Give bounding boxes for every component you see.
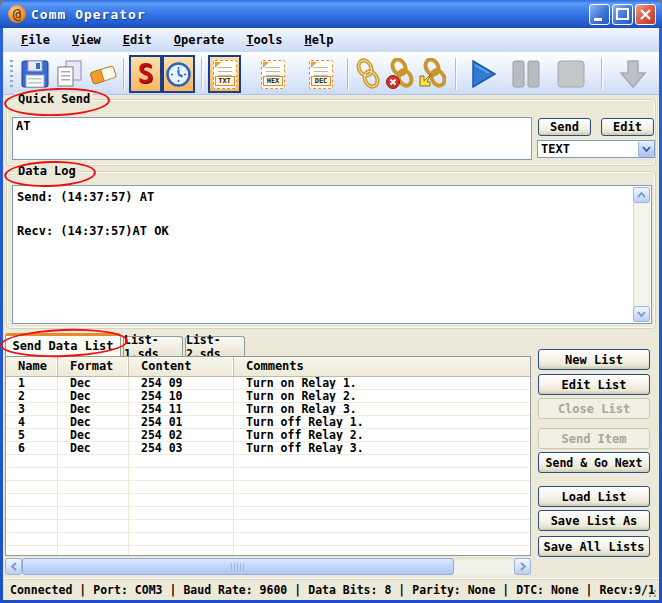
status-connection: Connected	[10, 583, 72, 597]
toolbar-separator	[201, 58, 203, 90]
scroll-up-button[interactable]	[633, 187, 650, 203]
copy-button[interactable]	[53, 57, 85, 91]
tab-list-1[interactable]: List-1.sds	[123, 336, 183, 356]
toolbar-separator	[455, 58, 457, 90]
format-hex-button[interactable]: HEX	[257, 57, 289, 91]
reconnect-button[interactable]	[417, 57, 447, 91]
menu-tools[interactable]: Tools	[236, 31, 292, 49]
format-select-value: TEXT	[538, 142, 638, 156]
column-header-comments[interactable]: Comments	[234, 357, 530, 376]
quick-send-group-label: Quick Send	[15, 92, 93, 106]
column-header-format[interactable]: Format	[58, 357, 129, 376]
scroll-down-button[interactable]	[633, 306, 650, 322]
new-list-button[interactable]: New List	[538, 349, 650, 370]
table-row[interactable]: 3 Dec 254 11 Turn on Relay 3.	[6, 403, 530, 416]
table-row[interactable]: 1 Dec 254 09 Turn on Relay 1.	[6, 377, 530, 390]
table-row-empty	[6, 481, 530, 494]
scroll-left-button[interactable]	[5, 558, 22, 575]
menu-file[interactable]: File	[11, 31, 60, 49]
chevron-down-icon	[642, 146, 651, 152]
app-logo-icon: @	[8, 5, 26, 23]
tab-list-2[interactable]: List-2.sds	[185, 336, 245, 356]
maximize-button[interactable]	[612, 4, 633, 25]
scroll-right-button[interactable]	[514, 558, 531, 575]
load-list-button[interactable]: Load List	[538, 486, 650, 507]
title-bar: @ Comm Operator	[0, 0, 662, 28]
timer-toggle-button[interactable]	[162, 55, 195, 93]
disconnect-button[interactable]	[385, 57, 415, 91]
pause-button[interactable]	[506, 57, 546, 91]
table-row[interactable]: 2 Dec 254 10 Turn on Relay 2.	[6, 390, 530, 403]
save-list-as-button[interactable]: Save List As	[538, 510, 650, 531]
close-list-button: Close List	[538, 398, 650, 419]
format-select[interactable]: TEXT	[537, 140, 655, 158]
scrollbar-thumb[interactable]	[22, 558, 454, 575]
table-row[interactable]: 5 Dec 254 02 Turn off Relay 2.	[6, 429, 530, 442]
minimize-button[interactable]	[589, 4, 610, 25]
toolbar-separator	[123, 58, 125, 90]
save-button[interactable]	[19, 57, 51, 91]
chevron-up-icon	[637, 192, 646, 198]
status-baud-rate: Baud Rate: 9600	[183, 583, 287, 597]
status-data-bits: Data Bits: 8	[308, 583, 391, 597]
table-row-empty	[6, 507, 530, 520]
send-data-table: Name Format Content Comments 1 Dec 254 0…	[5, 356, 531, 556]
table-row-empty	[6, 494, 530, 507]
chain-link-broken-icon	[386, 58, 414, 90]
download-button[interactable]	[611, 57, 655, 91]
eraser-icon	[87, 59, 119, 89]
clock-icon	[165, 61, 192, 88]
status-separator: |	[398, 583, 405, 597]
format-dec-button[interactable]: DEC	[305, 57, 337, 91]
send-single-toggle-button[interactable]: S	[129, 55, 162, 93]
table-row[interactable]: 4 Dec 254 01 Turn off Relay 1.	[6, 416, 530, 429]
table-header: Name Format Content Comments	[6, 357, 530, 377]
table-row[interactable]: 6 Dec 254 03 Turn off Relay 3.	[6, 442, 530, 455]
txt-document-icon: TXT	[213, 60, 237, 89]
client-area: Quick Send AT Send Edit TEXT Data Log Se…	[3, 95, 659, 600]
status-separator: |	[170, 583, 177, 597]
stop-button[interactable]	[550, 57, 592, 91]
dropdown-button[interactable]	[638, 141, 654, 157]
edit-button[interactable]: Edit	[601, 118, 654, 136]
chevron-down-icon	[637, 311, 646, 317]
start-button[interactable]	[464, 57, 502, 91]
tab-send-data-list[interactable]: Send Data List	[5, 333, 121, 356]
toolbar-separator	[601, 58, 603, 90]
app-window: @ Comm Operator File View Edit Operate T…	[0, 0, 662, 603]
toolbar: S TXT HEX DEC	[3, 52, 659, 95]
column-header-content[interactable]: Content	[129, 357, 234, 376]
letter-s-icon: S	[138, 59, 154, 89]
scrollbar-grip	[231, 563, 245, 571]
data-log-group: Data Log Send: (14:37:57) AT Recv: (14:3…	[6, 171, 656, 329]
play-icon	[467, 58, 499, 90]
chain-link-icon	[354, 58, 382, 90]
status-separator: |	[502, 583, 509, 597]
menu-operate[interactable]: Operate	[164, 31, 235, 49]
status-dtc: DTC: None	[516, 583, 578, 597]
save-all-lists-button[interactable]: Save All Lists	[538, 536, 650, 557]
quick-send-input[interactable]: AT	[12, 117, 532, 160]
menu-help[interactable]: Help	[295, 31, 344, 49]
status-parity: Parity: None	[412, 583, 495, 597]
menu-view[interactable]: View	[62, 31, 111, 49]
clear-button[interactable]	[87, 57, 119, 91]
send-button[interactable]: Send	[538, 118, 591, 136]
log-line: Recv: (14:37:57)AT OK	[17, 223, 629, 240]
edit-list-button[interactable]: Edit List	[538, 374, 650, 395]
maximize-icon	[613, 5, 632, 24]
data-log-view[interactable]: Send: (14:37:57) AT Recv: (14:37:57)AT O…	[12, 185, 652, 324]
menu-edit[interactable]: Edit	[113, 31, 162, 49]
log-vertical-scrollbar[interactable]	[633, 187, 650, 322]
column-header-name[interactable]: Name	[6, 357, 58, 376]
close-button[interactable]	[635, 4, 656, 25]
status-separator: |	[79, 583, 86, 597]
table-row-empty	[6, 546, 530, 556]
format-text-button[interactable]: TXT	[208, 55, 241, 93]
toolbar-grip[interactable]	[10, 60, 13, 88]
resize-grip[interactable]	[645, 586, 657, 598]
connect-button[interactable]	[353, 57, 383, 91]
table-row-empty	[6, 455, 530, 468]
table-row-empty	[6, 533, 530, 546]
send-go-next-button[interactable]: Send & Go Next	[538, 452, 650, 473]
